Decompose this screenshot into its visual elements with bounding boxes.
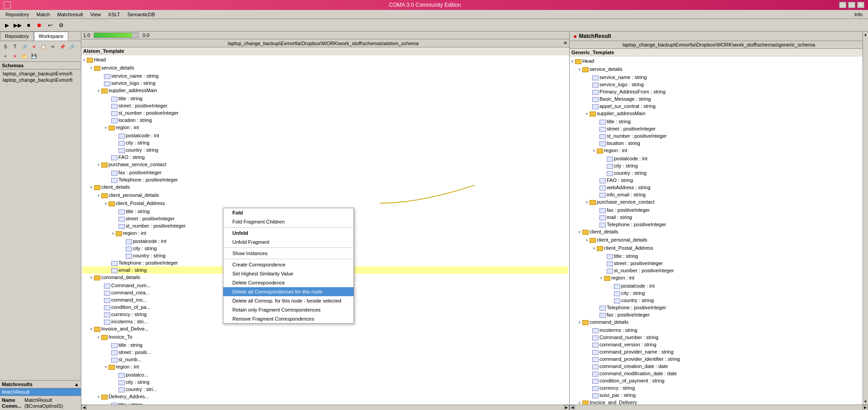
tree-node[interactable]: ▼region : int — [82, 124, 568, 132]
right-scroll-track[interactable] — [575, 405, 863, 410]
context-menu-unfold[interactable]: Unfold — [223, 228, 354, 238]
schema-item-2[interactable]: laptop_change_backup\Evmorfi — [1, 77, 80, 83]
toolbar-play-button[interactable]: ▶ — [2, 20, 12, 30]
tree-node[interactable]: ▼supplier_addressMain — [82, 87, 568, 95]
tree-node[interactable]: country : string — [571, 169, 867, 177]
scroll-down-btn[interactable]: ▼ — [863, 399, 868, 405]
tree-node[interactable]: webAddress : string — [571, 184, 867, 191]
tree-node[interactable]: ▼client_Postal_Address — [571, 244, 867, 252]
tree-node[interactable]: Basic_Message : string — [571, 95, 867, 102]
sidebar-network-btn[interactable]: 🔗 — [20, 42, 29, 51]
tree-node[interactable]: ▼region : int — [571, 147, 867, 155]
context-menu-fold-fragment-children[interactable]: Fold Fragment Children — [223, 217, 354, 226]
tree-node[interactable]: title : string — [571, 252, 867, 260]
tree-node[interactable]: service_logo : string — [571, 81, 867, 88]
scroll-track[interactable] — [87, 405, 564, 410]
right-scrollbar[interactable]: ▲ ▼ — [863, 32, 868, 405]
tree-node[interactable]: ▼client_personal_details — [571, 236, 867, 244]
tree-node[interactable]: ▼supplier_addressMain — [571, 110, 867, 118]
tree-node[interactable]: command_provider_name : string — [571, 348, 867, 355]
tree-node[interactable]: street : positi... — [82, 349, 568, 356]
sidebar-save-btn[interactable]: 💾 — [29, 51, 38, 61]
tree-node[interactable]: title : string — [82, 95, 568, 102]
right-bottom-scrollbar[interactable]: ◀ ▶ — [570, 405, 868, 410]
tree-node[interactable]: command_version : string — [571, 341, 867, 348]
tree-node[interactable]: city : string — [82, 139, 568, 146]
tree-node[interactable]: mail : string — [571, 214, 867, 221]
menu-matchresult[interactable]: Matchresult — [54, 11, 87, 18]
tree-node[interactable]: title : string — [571, 118, 867, 125]
tree-node[interactable]: postalcode : int — [571, 282, 867, 289]
tree-node[interactable]: ▼Invoice_and_Delive... — [82, 325, 568, 333]
toolbar-fastforward-button[interactable]: ▶▶ — [13, 20, 23, 30]
tree-node[interactable]: ▼region : int — [571, 274, 867, 282]
tree-node[interactable]: ▼client_details — [82, 183, 568, 191]
tree-node[interactable]: postalcode : int — [571, 155, 867, 162]
tree-node[interactable]: currency : string — [571, 384, 867, 391]
sidebar-link-btn[interactable]: 🔗 — [67, 42, 76, 51]
tree-node[interactable]: command_modification_date : date — [571, 370, 867, 377]
context-menu-show-instances[interactable]: Show Instances — [223, 249, 354, 258]
tree-node[interactable]: incoterms : string — [571, 326, 867, 334]
sidebar-target-btn[interactable]: T — [10, 42, 19, 51]
left-bottom-scrollbar[interactable]: ◀ ▶ — [81, 405, 569, 410]
matchresult-item[interactable]: MatchResult — [0, 388, 81, 396]
tree-node[interactable]: ▼Delivery_Addres... — [82, 393, 568, 401]
toolbar-settings-button[interactable]: ⚙ — [56, 20, 66, 30]
tree-node[interactable]: condition_of_payment : string — [571, 377, 867, 384]
context-menu-unfold-fragment[interactable]: Unfold Fragment — [223, 238, 354, 247]
tree-node[interactable]: street : positiveInteger — [571, 125, 867, 132]
sidebar-folder-btn[interactable]: 📂 — [20, 51, 29, 61]
tree-node[interactable]: city : string — [571, 289, 867, 297]
menu-repository[interactable]: Repository — [2, 11, 33, 18]
tree-node[interactable]: country : stri... — [82, 386, 568, 393]
tree-node[interactable]: ▼region : int — [82, 363, 568, 371]
tree-node[interactable]: title : string — [82, 401, 568, 405]
sidebar-delete-btn[interactable]: ✕ — [29, 42, 38, 51]
sidebar-copy-btn[interactable]: 📋 — [39, 42, 48, 51]
tree-node[interactable]: ▼service_details — [571, 65, 867, 74]
left-panel-close-button[interactable]: ✕ — [563, 40, 567, 46]
tree-node[interactable]: fax : positiveInteger — [571, 206, 867, 214]
tree-node[interactable]: street : positiveInteger — [82, 102, 568, 109]
tree-node[interactable]: Telephone : positiveInteger — [571, 304, 867, 311]
sidebar-source-btn[interactable]: S — [1, 42, 10, 51]
tree-node[interactable]: FAO : string — [571, 177, 867, 184]
menu-xslt[interactable]: XSLT — [104, 11, 124, 18]
scroll-up-btn[interactable]: ▲ — [863, 32, 868, 37]
tree-node[interactable]: info_email : string — [571, 191, 867, 198]
scroll-right-btn[interactable]: ▶ — [564, 405, 569, 410]
context-menu-create-correspondence[interactable]: Create Correspondence — [223, 260, 354, 269]
tree-node[interactable]: ▼Invoice_and_Delivery — [571, 399, 867, 405]
tree-node[interactable]: suivi_par : string — [571, 391, 867, 399]
context-menu-retain-fragment[interactable]: Retain only Fragment Correspondences — [223, 305, 354, 314]
sidebar-pin-btn[interactable]: 📌 — [58, 42, 67, 51]
menu-info[interactable]: Info — [854, 12, 866, 17]
sidebar-cut-btn[interactable]: ✂ — [48, 42, 57, 51]
sidebar-add-btn[interactable]: + — [1, 51, 10, 61]
tree-node[interactable]: location : string — [82, 116, 568, 124]
tree-node[interactable]: postalcode : int — [82, 132, 568, 139]
tree-node[interactable]: ▼client_Postal_Address — [82, 200, 568, 208]
tree-node[interactable]: ▼purchase_service_contact — [82, 161, 568, 169]
tree-node[interactable]: service_logo : string — [82, 79, 568, 87]
sidebar-remove-btn[interactable]: ✕ — [10, 51, 19, 61]
menu-semanticdb[interactable]: SemanticDB — [124, 11, 159, 18]
context-menu-remove-fragment[interactable]: Remove Fragment Correspondences — [223, 314, 354, 323]
tree-node[interactable]: st_number : positiveInteger — [571, 132, 867, 140]
menu-view[interactable]: View — [86, 11, 104, 18]
matchresults-collapse-icon[interactable]: ▲ — [74, 382, 79, 387]
tree-node[interactable]: Command_number : string — [571, 334, 867, 341]
tree-node[interactable]: ▼client_details — [571, 228, 867, 236]
tree-node[interactable]: ▼service_details — [82, 64, 568, 72]
tab-repository[interactable]: Repository — [0, 32, 34, 41]
context-menu-fold[interactable]: Fold — [223, 208, 354, 217]
toolbar-refresh-button[interactable]: ↩ — [45, 20, 55, 30]
close-button[interactable]: ✕ — [857, 2, 864, 8]
tree-node[interactable]: ▼Head — [82, 56, 568, 64]
tree-node[interactable]: Telephone : positiveInteger — [571, 221, 867, 228]
tab-workspace[interactable]: Workspace — [34, 32, 69, 41]
tree-node[interactable]: command_creation_date : date — [571, 363, 867, 370]
tree-node[interactable]: service_name : string — [82, 72, 568, 79]
tree-node[interactable]: appel_sur_contrat : string — [571, 102, 867, 110]
